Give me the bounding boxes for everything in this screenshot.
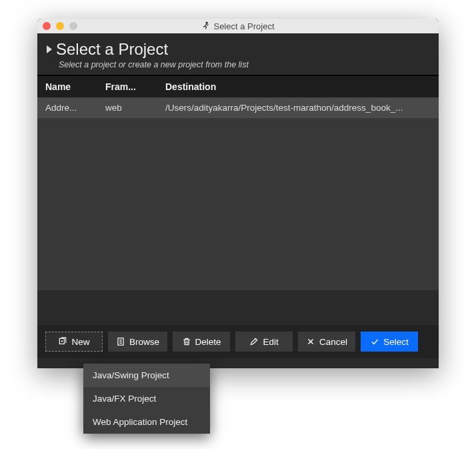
browse-button[interactable]: Browse xyxy=(108,332,167,352)
edit-button-label: Edit xyxy=(263,337,278,347)
dropdown-item-swing[interactable]: Java/Swing Project xyxy=(83,364,210,387)
table-header-row: Name Fram... Destination xyxy=(37,76,439,97)
cancel-button[interactable]: Cancel xyxy=(298,332,355,352)
select-button-label: Select xyxy=(383,337,409,347)
trash-icon xyxy=(182,337,191,346)
page-subtitle: Select a project or create a new project… xyxy=(59,60,429,69)
delete-button[interactable]: Delete xyxy=(173,332,230,352)
column-header-destination[interactable]: Destination xyxy=(165,81,431,92)
new-button[interactable]: New xyxy=(45,332,103,352)
cell-name: Addre... xyxy=(45,103,105,113)
new-button-label: New xyxy=(71,337,89,347)
titlebar: Select a Project xyxy=(37,19,439,33)
select-button[interactable]: Select xyxy=(361,332,418,352)
button-bar: New Browse Delete Edit Cancel xyxy=(37,325,439,358)
column-header-name[interactable]: Name xyxy=(45,81,105,92)
new-icon xyxy=(58,337,67,346)
delete-button-label: Delete xyxy=(195,337,221,347)
cancel-button-label: Cancel xyxy=(319,337,347,347)
cell-destination: /Users/adityakarra/Projects/test-maratho… xyxy=(165,103,431,113)
edit-button[interactable]: Edit xyxy=(235,332,293,352)
triangle-icon xyxy=(47,45,52,53)
page-title: Select a Project xyxy=(56,40,168,59)
runner-icon xyxy=(201,21,211,31)
dialog-window: Select a Project Select a Project Select… xyxy=(37,19,439,368)
cell-framework: web xyxy=(105,103,165,113)
dialog-header: Select a Project Select a project or cre… xyxy=(37,33,439,76)
window-title-text: Select a Project xyxy=(213,21,274,31)
table-row[interactable]: Addre... web /Users/adityakarra/Projects… xyxy=(37,97,439,118)
svg-point-0 xyxy=(206,22,207,23)
window-title: Select a Project xyxy=(37,21,439,31)
column-header-framework[interactable]: Fram... xyxy=(105,81,165,92)
browse-icon xyxy=(116,337,125,346)
check-icon xyxy=(370,337,379,346)
spacer xyxy=(37,290,439,325)
dropdown-item-javafx[interactable]: Java/FX Project xyxy=(83,387,210,410)
table-body-empty xyxy=(37,118,439,290)
close-x-icon xyxy=(306,337,315,346)
pencil-icon xyxy=(249,337,259,346)
dropdown-item-web[interactable]: Web Application Project xyxy=(83,410,210,434)
new-dropdown-menu: Java/Swing Project Java/FX Project Web A… xyxy=(83,364,210,434)
browse-button-label: Browse xyxy=(129,337,159,347)
